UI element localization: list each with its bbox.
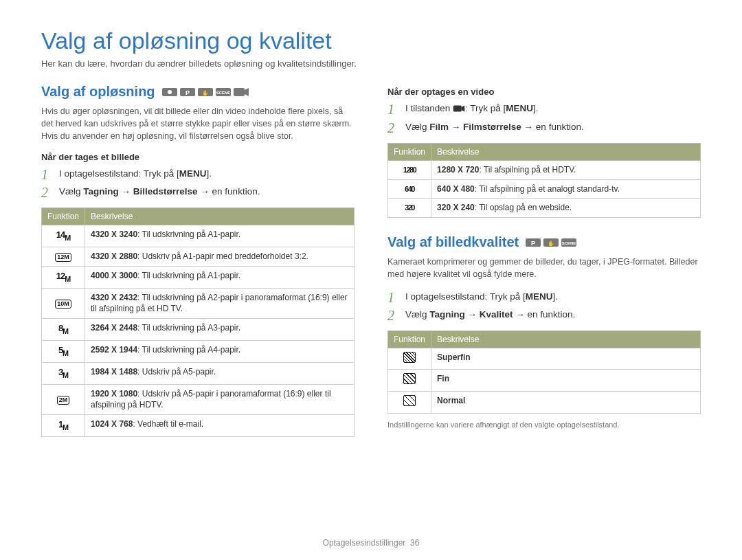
- table-row: 640640 X 480: Til afspilning på et analo…: [388, 179, 701, 199]
- table-row: 1M1024 X 768: Vedhæft til e-mail.: [42, 415, 355, 437]
- resolution-blurb: Hvis du øger opløsningen, vil dit billed…: [41, 105, 355, 142]
- step-number: 2: [387, 309, 398, 322]
- section-quality-title: Valg af billedkvalitet: [387, 234, 519, 250]
- table-head-function: Funktion: [388, 143, 431, 160]
- quality-table: Funktion Beskrivelse Superfin Fin Normal: [387, 331, 701, 414]
- step-number: 2: [387, 121, 398, 135]
- table-row: Normal: [388, 392, 701, 414]
- res-14m-icon: 14M: [56, 229, 71, 240]
- svg-text:✋: ✋: [548, 240, 554, 247]
- movie-mode-icon: [234, 87, 249, 98]
- step-number: 2: [41, 186, 52, 199]
- table-head-function: Funktion: [388, 331, 431, 348]
- table-row: Superfin: [388, 348, 701, 370]
- section-resolution-title: Valg af opløsning: [41, 84, 155, 100]
- photo-step-2: Vælg Tagning → Billedstørrelse → en funk…: [59, 186, 355, 199]
- footer-page-number: 36: [410, 538, 419, 548]
- svg-text:✋: ✋: [202, 89, 209, 96]
- smart-mode-icon: [162, 87, 177, 98]
- res-3m-icon: 3M: [58, 367, 68, 377]
- program-mode-icon: P: [526, 237, 541, 248]
- quality-steps: 1 I optagelsestilstand: Tryk på [MENU]. …: [387, 291, 701, 322]
- quality-step-2: Vælg Tagning → Kvalitet → en funktion.: [405, 309, 701, 322]
- photo-steps: 1 I optagelsestilstand: Tryk på [MENU]. …: [41, 168, 355, 199]
- menu-key: MENU: [179, 168, 207, 181]
- section-quality-heading: Valg af billedkvalitet P ✋ SCENE: [387, 234, 701, 250]
- table-row: 12801280 X 720: Til afspilning på et HDT…: [388, 160, 701, 179]
- table-row: 5M2592 X 1944: Til udskrivning på A4-pap…: [42, 341, 355, 363]
- dual-is-mode-icon: ✋: [543, 237, 559, 248]
- res-640-icon: 640: [405, 185, 414, 193]
- video-step-2: Vælg Film → Filmstørrelse → en funktion.: [405, 121, 701, 134]
- step-number: 1: [387, 102, 398, 116]
- scene-mode-icon: SCENE: [561, 237, 576, 248]
- scene-mode-icon: SCENE: [216, 87, 231, 98]
- table-row: 2M1920 X 1080: Udskriv på A5-papir i pan…: [42, 384, 355, 415]
- menu-key: MENU: [526, 291, 553, 304]
- table-row: 320320 X 240: Til opslag på en webside.: [388, 199, 701, 218]
- video-resolution-table: Funktion Beskrivelse 12801280 X 720: Til…: [387, 143, 701, 218]
- video-step-1: I tilstanden : Tryk på [MENU].: [405, 102, 701, 117]
- table-row: 3M1984 X 1488: Udskriv på A5-papir.: [42, 362, 355, 384]
- quality-normal-icon: [403, 395, 416, 406]
- video-steps: 1 I tilstanden : Tryk på [MENU]. 2 Vælg …: [387, 102, 701, 135]
- table-head-function: Funktion: [42, 208, 85, 225]
- step-number: 1: [41, 168, 52, 181]
- right-column: Når der optages en video 1 I tilstanden …: [387, 84, 701, 444]
- table-row: 12M4320 X 2880: Udskriv på A1-papir med …: [42, 247, 355, 267]
- res-8m-icon: 8M: [58, 323, 68, 333]
- table-head-description: Beskrivelse: [431, 143, 701, 160]
- svg-text:SCENE: SCENE: [562, 241, 576, 245]
- svg-text:SCENE: SCENE: [216, 91, 230, 95]
- res-12m-wide-icon: 12M: [55, 253, 71, 262]
- mode-icons: P ✋ SCENE: [526, 237, 576, 248]
- table-row: 14M4320 X 3240: Til udskrivning på A1-pa…: [42, 225, 355, 247]
- svg-text:P: P: [531, 240, 535, 247]
- table-row: 12M4000 X 3000: Til udskrivning på A1-pa…: [42, 266, 355, 288]
- res-5m-icon: 5M: [58, 345, 68, 355]
- svg-point-1: [168, 90, 172, 94]
- photo-step-1: I optagelsestilstand: Tryk på [MENU].: [59, 168, 355, 181]
- table-row: Fin: [388, 370, 701, 392]
- res-12m-icon: 12M: [56, 271, 71, 281]
- table-row: 8M3264 X 2448: Til udskrivning på A3-pap…: [42, 319, 355, 341]
- quality-step-1: I optagelsestilstand: Tryk på [MENU].: [405, 291, 701, 304]
- res-320-icon: 320: [405, 203, 414, 212]
- movie-mode-icon: [453, 104, 465, 117]
- res-1m-icon: 1M: [58, 419, 68, 429]
- page-intro: Her kan du lære, hvordan du ændrer bille…: [41, 58, 701, 69]
- mode-icons: P ✋ SCENE: [162, 87, 249, 98]
- section-resolution-heading: Valg af opløsning P ✋ SCENE: [41, 84, 355, 100]
- step-number: 1: [387, 291, 398, 304]
- table-head-description: Beskrivelse: [431, 331, 701, 348]
- photo-resolution-table: Funktion Beskrivelse 14M4320 X 3240: Til…: [41, 208, 355, 436]
- footer-section: Optagelsesindstillinger: [323, 538, 406, 548]
- quality-blurb: Kameraet komprimerer og gemmer de billed…: [387, 256, 701, 280]
- program-mode-icon: P: [180, 87, 195, 98]
- dual-is-mode-icon: ✋: [198, 87, 213, 98]
- page-footer: Optagelsesindstillinger 36: [0, 538, 742, 548]
- svg-marker-9: [245, 88, 249, 96]
- res-1280-icon: 1280: [403, 166, 416, 174]
- left-column: Valg af opløsning P ✋ SCENE Hvis du øger…: [41, 84, 355, 444]
- page-title: Valg af opløsning og kvalitet: [41, 27, 701, 54]
- svg-text:P: P: [186, 89, 190, 96]
- svg-marker-11: [462, 106, 465, 112]
- quality-superfine-icon: [403, 352, 416, 363]
- quality-fine-icon: [403, 373, 416, 384]
- svg-rect-8: [234, 88, 245, 96]
- res-2m-wide-icon: 2M: [57, 396, 70, 405]
- res-10m-wide-icon: 10M: [55, 300, 71, 309]
- table-head-description: Beskrivelse: [85, 208, 355, 225]
- quality-note: Indstillingerne kan variere afhængigt af…: [387, 421, 701, 429]
- video-subheading: Når der optages en video: [387, 87, 701, 97]
- photo-subheading: Når der tages et billede: [41, 152, 355, 162]
- menu-key: MENU: [506, 102, 533, 115]
- table-row: 10M4320 X 2432: Til udskrivning på A2-pa…: [42, 288, 355, 319]
- svg-rect-10: [453, 106, 462, 112]
